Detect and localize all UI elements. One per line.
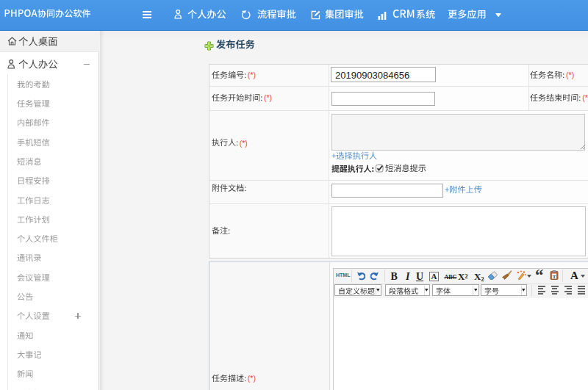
svg-text:T: T [552,274,556,280]
